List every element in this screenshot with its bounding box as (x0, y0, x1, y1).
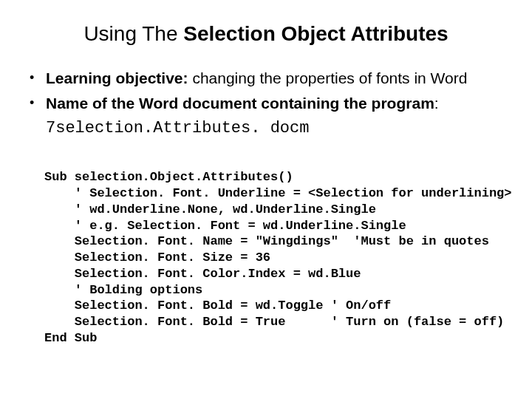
code-line: Selection. Font. Size = 36 (44, 250, 270, 265)
code-line: Selection. Font. Name = "Wingdings" 'Mus… (44, 234, 489, 248)
bullet-body: : (434, 95, 439, 112)
code-line: Selection. Font. Bold = wd.Toggle ' On/o… (44, 299, 391, 313)
code-line: Selection. Font. Color.Index = wd.Blue (44, 267, 361, 281)
bullet-label: Name of the Word document containing the… (46, 95, 434, 112)
code-line: Sub selection.Object.Attributes() (44, 170, 293, 184)
code-line: Selection. Font. Bold = True ' Turn on (… (44, 315, 504, 329)
bullet-dot-icon: • (30, 93, 46, 114)
code-line: ' Selection. Font. Underline = <Selectio… (44, 186, 512, 200)
code-line: ' e.g. Selection. Font = wd.Underline.Si… (44, 219, 406, 233)
bullet-text: Learning objective: changing the propert… (46, 68, 510, 89)
filename-text: 7selection.Attributes. docm (46, 119, 532, 137)
code-line: ' Bolding options (44, 283, 202, 297)
bullet-body: changing the properties of fonts in Word (188, 69, 468, 86)
bullet-text: Name of the Word document containing the… (46, 93, 510, 114)
code-line: ' wd.Underline.None, wd.Underline.Single (44, 202, 376, 216)
list-item: • Name of the Word document containing t… (30, 93, 510, 114)
code-block: Sub selection.Object.Attributes() ' Sele… (44, 154, 532, 347)
bullet-list: • Learning objective: changing the prope… (0, 68, 532, 115)
code-line: End Sub (44, 331, 97, 345)
title-strong: Selection Object Attributes (183, 22, 448, 45)
list-item: • Learning objective: changing the prope… (30, 68, 510, 89)
bullet-dot-icon: • (30, 68, 46, 89)
bullet-label: Learning objective: (46, 69, 188, 86)
slide-title: Using The Selection Object Attributes (0, 0, 532, 68)
title-prefix: Using The (83, 22, 183, 45)
